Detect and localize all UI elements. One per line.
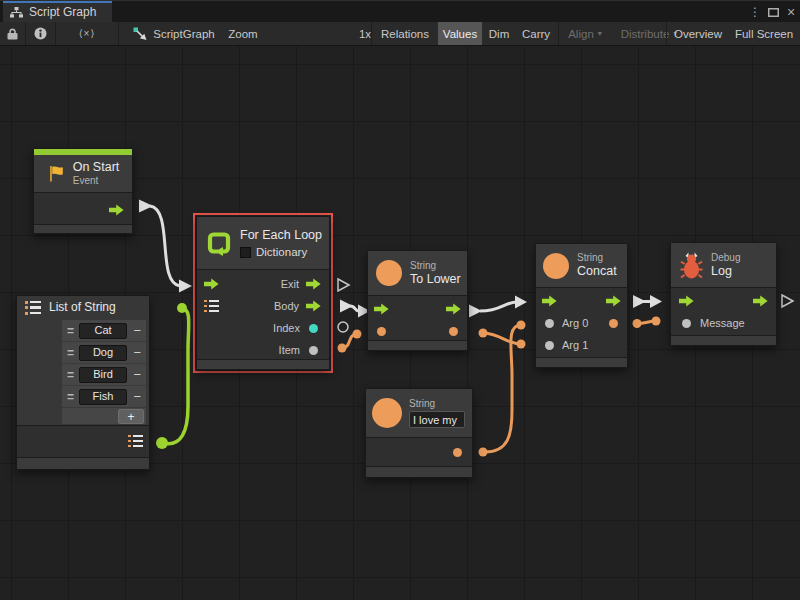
lock-icon — [7, 27, 18, 40]
node-category: String — [409, 398, 465, 410]
list-header: List of String — [17, 296, 149, 319]
drag-handle[interactable]: = — [67, 390, 79, 404]
port-label-arg0: Arg 0 — [562, 317, 588, 329]
flow-out-port[interactable] — [753, 295, 768, 307]
list-item-field[interactable]: Fish — [79, 389, 127, 405]
drag-handle[interactable]: = — [67, 324, 79, 338]
bug-icon — [680, 252, 703, 279]
string-value-input[interactable] — [409, 411, 465, 428]
tab-label: Script Graph — [29, 5, 96, 19]
string-type-icon — [376, 260, 402, 286]
concat-header: String Concat — [536, 244, 627, 288]
drag-handle[interactable]: = — [67, 346, 79, 360]
overview-button[interactable]: Overview — [668, 22, 728, 45]
node-list-of-string[interactable]: List of String = Cat − = Dog − = Bird − — [16, 295, 150, 470]
dim-button[interactable]: Dim — [484, 22, 514, 45]
node-category: String — [410, 260, 461, 272]
info-button[interactable] — [26, 22, 55, 45]
body-flow-out-port[interactable] — [306, 300, 321, 312]
string-type-icon — [372, 398, 402, 428]
concat-footer — [536, 357, 627, 367]
port-label-exit: Exit — [281, 278, 299, 290]
align-dropdown[interactable]: Align▾ — [560, 22, 610, 45]
string-in-port[interactable] — [377, 327, 386, 336]
exit-flow-out-port[interactable] — [306, 278, 321, 290]
node-subtitle: Event — [73, 175, 120, 187]
script-graph-icon — [133, 27, 147, 40]
window-menu-button[interactable]: ⋮ — [748, 1, 762, 23]
carry-button[interactable]: Carry — [516, 22, 556, 45]
node-for-each-loop[interactable]: For Each Loop Dictionary Exit Body — [196, 216, 330, 370]
tolower-footer — [368, 340, 467, 350]
node-to-lower[interactable]: String To Lower — [367, 250, 468, 351]
list-item-row: = Dog − — [62, 342, 146, 364]
node-string-literal[interactable]: String — [365, 388, 473, 478]
node-concat[interactable]: String Concat Arg 0 Arg 1 — [535, 243, 628, 368]
item-out-port[interactable] — [309, 346, 318, 355]
window-close-button[interactable]: × — [783, 1, 799, 23]
node-category: Debug — [711, 252, 740, 264]
graph-toolbar: ⟨×⟩ ScriptGraph Zoom 1x Relations Values… — [0, 22, 800, 46]
info-icon — [34, 27, 47, 40]
list-editor: = Cat − = Dog − = Bird − = Fish − — [61, 319, 147, 425]
list-item-row: = Fish − — [62, 386, 146, 408]
port-label-item: Item — [279, 344, 300, 356]
values-button[interactable]: Values — [438, 22, 482, 45]
add-item-button[interactable]: + — [118, 409, 144, 424]
list-footer — [17, 457, 149, 469]
collection-in-port[interactable] — [204, 300, 219, 313]
node-title: To Lower — [410, 272, 461, 287]
flow-in-port[interactable] — [374, 303, 389, 315]
string-out-port[interactable] — [449, 327, 458, 336]
remove-item-button[interactable]: − — [133, 390, 141, 403]
drag-handle[interactable]: = — [67, 368, 79, 382]
node-title: Log — [711, 264, 740, 279]
node-title: For Each Loop — [240, 228, 322, 243]
lock-button[interactable] — [0, 22, 25, 45]
tolower-header: String To Lower — [368, 251, 467, 296]
string-out-port[interactable] — [453, 448, 462, 457]
result-out-port[interactable] — [609, 319, 618, 328]
arg1-in-port[interactable] — [545, 341, 554, 350]
literal-header: String — [366, 389, 472, 438]
graph-picker[interactable]: ScriptGraph — [132, 22, 216, 45]
flow-in-port[interactable] — [204, 278, 219, 290]
list-item-field[interactable]: Bird — [79, 367, 127, 383]
on-start-footer — [34, 224, 132, 233]
list-item-field[interactable]: Dog — [79, 345, 127, 361]
flow-in-port[interactable] — [542, 295, 557, 307]
inspect-code-button[interactable]: ⟨×⟩ — [56, 22, 118, 45]
arg0-in-port[interactable] — [545, 319, 554, 328]
flow-out-port[interactable] — [606, 295, 621, 307]
log-header: Debug Log — [671, 243, 776, 288]
list-item-row: = Bird − — [62, 364, 146, 386]
port-label-body: Body — [274, 300, 299, 312]
list-icon — [25, 301, 41, 315]
zoom-label: Zoom — [225, 22, 261, 45]
loop-icon — [206, 230, 232, 256]
literal-footer — [366, 466, 472, 477]
list-item-field[interactable]: Cat — [79, 323, 127, 339]
index-out-port[interactable] — [309, 324, 318, 333]
window-maximize-button[interactable] — [764, 1, 782, 23]
foreach-footer — [197, 359, 329, 369]
remove-item-button[interactable]: − — [133, 324, 141, 337]
remove-item-button[interactable]: − — [133, 346, 141, 359]
list-out-port[interactable] — [128, 435, 143, 448]
flow-in-port[interactable] — [679, 295, 694, 307]
node-on-start[interactable]: On Start Event — [33, 148, 133, 234]
flow-out-port[interactable] — [109, 204, 124, 216]
node-debug-log[interactable]: Debug Log Message — [670, 242, 777, 346]
node-title: List of String — [49, 300, 116, 315]
foreach-header: For Each Loop Dictionary — [197, 217, 329, 270]
tab-script-graph[interactable]: Script Graph — [3, 1, 112, 23]
maximize-icon — [768, 8, 779, 17]
flow-out-port[interactable] — [446, 303, 461, 315]
relations-button[interactable]: Relations — [374, 22, 436, 45]
message-in-port[interactable] — [682, 319, 691, 328]
log-footer — [671, 335, 776, 345]
fullscreen-button[interactable]: Full Screen — [730, 22, 798, 45]
port-label-message: Message — [700, 317, 745, 329]
dictionary-checkbox[interactable] — [240, 247, 251, 258]
remove-item-button[interactable]: − — [133, 368, 141, 381]
